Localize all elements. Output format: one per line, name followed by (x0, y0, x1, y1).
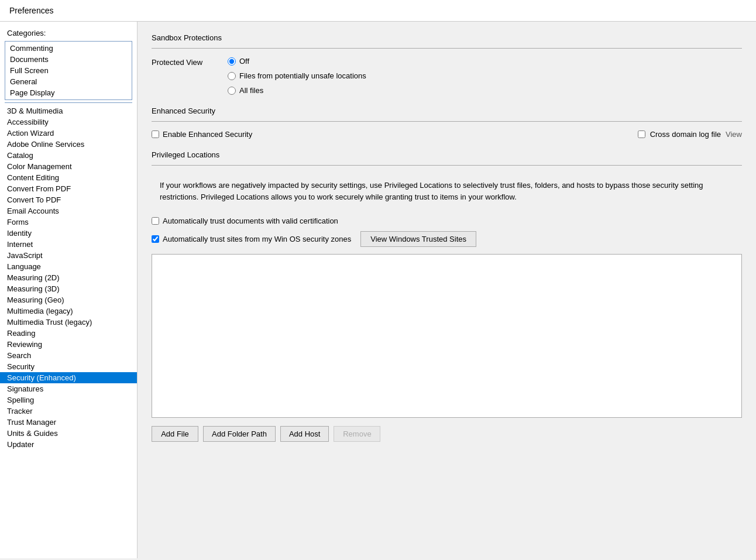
sidebar-item-3d-multimedia[interactable]: 3D & Multimedia (0, 105, 137, 116)
sidebar-item-email-accounts[interactable]: Email Accounts (0, 205, 137, 217)
pv-all-label[interactable]: All files (239, 86, 263, 95)
sidebar-item-adobe-online-services[interactable]: Adobe Online Services (0, 139, 137, 150)
sidebar-item-language[interactable]: Language (0, 261, 137, 272)
sidebar-item-units-guides[interactable]: Units & Guides (0, 428, 137, 439)
enhanced-security-divider (152, 121, 742, 122)
sidebar-item-internet[interactable]: Internet (0, 239, 137, 250)
view-link[interactable]: View (726, 130, 742, 139)
sidebar-item-identity[interactable]: Identity (0, 228, 137, 239)
es-left: Enable Enhanced Security (152, 130, 252, 139)
sidebar-item-color-management[interactable]: Color Management (0, 161, 137, 172)
sidebar-item-multimedia-trust-legacy[interactable]: Multimedia Trust (legacy) (0, 317, 137, 328)
sandbox-title: Sandbox Protections (152, 33, 742, 42)
pv-off-row: Off (228, 57, 366, 66)
protected-view-row: Protected View Off Files from potentiall… (152, 57, 742, 95)
sidebar-divider (5, 102, 132, 103)
protected-view-label: Protected View (152, 57, 228, 67)
main-container: Categories: CommentingDocumentsFull Scre… (0, 22, 756, 558)
sidebar-item-javascript[interactable]: JavaScript (0, 250, 137, 261)
sidebar-item-commenting[interactable]: Commenting (5, 43, 132, 54)
sidebar-item-action-wizard[interactable]: Action Wizard (0, 128, 137, 139)
auto-cert-label[interactable]: Automatically trust documents with valid… (163, 217, 338, 225)
sidebar-item-forms[interactable]: Forms (0, 217, 137, 228)
add-host-button[interactable]: Add Host (280, 426, 329, 442)
auto-winos-row: Automatically trust sites from my Win OS… (152, 235, 351, 243)
enhanced-security-title: Enhanced Security (152, 106, 742, 115)
auto-winos-label[interactable]: Automatically trust sites from my Win OS… (163, 235, 351, 243)
enhanced-security-row: Enable Enhanced Security Cross domain lo… (152, 130, 742, 139)
sidebar-item-convert-to-pdf[interactable]: Convert To PDF (0, 194, 137, 205)
sidebar-item-documents[interactable]: Documents (5, 54, 132, 65)
pv-off-label[interactable]: Off (239, 57, 249, 66)
sidebar-item-updater[interactable]: Updater (0, 439, 137, 450)
bottom-buttons: Add File Add Folder Path Add Host Remove (152, 426, 742, 442)
sidebar-item-reading[interactable]: Reading (0, 328, 137, 339)
sidebar-items-container: 3D & MultimediaAccessibilityAction Wizar… (0, 105, 137, 450)
pv-unsafe-label[interactable]: Files from potentially unsafe locations (239, 71, 366, 80)
sidebar-item-signatures[interactable]: Signatures (0, 383, 137, 394)
privileged-locations-divider (152, 165, 742, 166)
sidebar-item-convert-from-pdf[interactable]: Convert From PDF (0, 183, 137, 194)
sidebar-item-content-editing[interactable]: Content Editing (0, 172, 137, 183)
enhanced-security-section: Enhanced Security Enable Enhanced Securi… (152, 106, 742, 139)
sidebar-item-security-enhanced[interactable]: Security (Enhanced) (0, 372, 137, 383)
add-file-button[interactable]: Add File (152, 426, 198, 442)
sidebar-item-multimedia-legacy[interactable]: Multimedia (legacy) (0, 305, 137, 317)
auto-winos-checkbox[interactable] (152, 235, 159, 243)
sidebar-item-catalog[interactable]: Catalog (0, 150, 137, 161)
pv-all-row: All files (228, 86, 366, 95)
sidebar-item-measuring-geo[interactable]: Measuring (Geo) (0, 294, 137, 305)
cross-domain-checkbox[interactable] (638, 130, 645, 138)
enable-enhanced-security-label[interactable]: Enable Enhanced Security (163, 130, 252, 139)
sidebar-item-accessibility[interactable]: Accessibility (0, 116, 137, 128)
sidebar-item-general[interactable]: General (5, 76, 132, 87)
content-area: Sandbox Protections Protected View Off F… (138, 22, 756, 558)
sidebar-item-measuring-2d[interactable]: Measuring (2D) (0, 272, 137, 283)
view-trusted-button[interactable]: View Windows Trusted Sites (360, 231, 476, 247)
es-right: Cross domain log file View (638, 130, 742, 139)
remove-button[interactable]: Remove (334, 426, 380, 442)
sidebar-item-full-screen[interactable]: Full Screen (5, 65, 132, 76)
cross-domain-label[interactable]: Cross domain log file (650, 130, 721, 139)
privileged-locations-section: Privileged Locations If your workflows a… (152, 150, 742, 442)
sidebar-top-section: CommentingDocumentsFull ScreenGeneralPag… (5, 41, 132, 100)
enable-enhanced-security-checkbox[interactable] (152, 130, 159, 138)
protected-view-options: Off Files from potentially unsafe locati… (228, 57, 366, 95)
auto-cert-checkbox[interactable] (152, 217, 159, 225)
sandbox-divider (152, 48, 742, 49)
sidebar-item-reviewing[interactable]: Reviewing (0, 339, 137, 350)
pv-unsafe-radio[interactable] (228, 72, 236, 80)
privileged-locations-title: Privileged Locations (152, 150, 742, 159)
pv-unsafe-row: Files from potentially unsafe locations (228, 71, 366, 80)
auto-cert-row: Automatically trust documents with valid… (152, 217, 742, 225)
sidebar-item-page-display[interactable]: Page Display (5, 87, 132, 98)
pv-all-radio[interactable] (228, 87, 236, 95)
sidebar-item-spelling[interactable]: Spelling (0, 394, 137, 406)
sidebar-item-search[interactable]: Search (0, 350, 137, 361)
title-bar: Preferences (0, 0, 756, 22)
title-text: Preferences (9, 6, 53, 15)
pv-off-radio[interactable] (228, 57, 236, 66)
categories-label: Categories: (0, 22, 137, 41)
sandbox-section: Sandbox Protections Protected View Off F… (152, 33, 742, 95)
sidebar-item-measuring-3d[interactable]: Measuring (3D) (0, 283, 137, 294)
add-folder-button[interactable]: Add Folder Path (203, 426, 276, 442)
trusted-list-box (152, 254, 742, 418)
privileged-desc: If your workflows are negatively impacte… (152, 174, 742, 208)
sidebar-item-tracker[interactable]: Tracker (0, 406, 137, 417)
sidebar: Categories: CommentingDocumentsFull Scre… (0, 22, 138, 558)
sidebar-item-trust-manager[interactable]: Trust Manager (0, 417, 137, 428)
trusted-sites-row: Automatically trust sites from my Win OS… (152, 231, 742, 247)
sidebar-item-security[interactable]: Security (0, 361, 137, 372)
